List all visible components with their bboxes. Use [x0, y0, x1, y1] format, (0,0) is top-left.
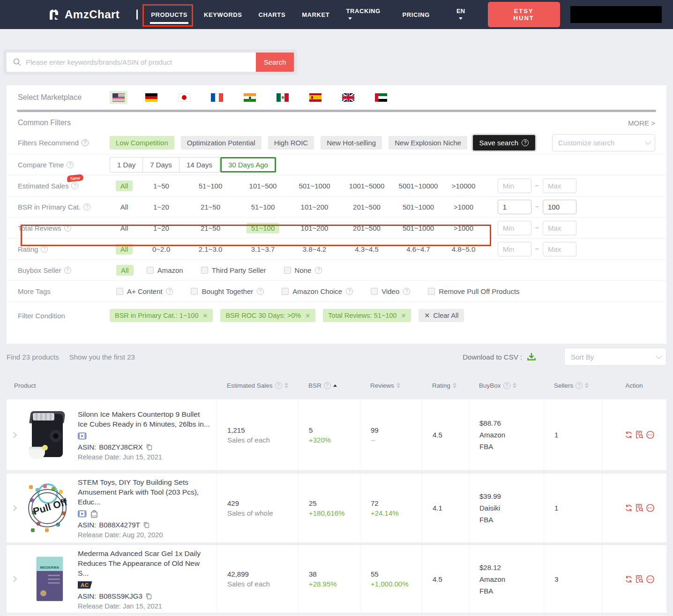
column-header-buybox[interactable]: BuyBox?	[469, 382, 544, 389]
flag-mexico[interactable]	[274, 91, 292, 104]
option-51-100[interactable]: 51~100	[194, 180, 227, 191]
tag-new-explosion-niche[interactable]: New Explosion Niche	[389, 136, 467, 150]
tag-optimization-potential[interactable]: Optimization Potential	[181, 136, 262, 150]
customize-search-select[interactable]: Customize search	[552, 134, 655, 151]
sort-icon-active-asc[interactable]	[333, 384, 337, 387]
refresh-icon[interactable]	[624, 575, 633, 584]
keyword-lookup-icon[interactable]	[635, 430, 644, 439]
checkbox-amazon-choice[interactable]: Amazon Choice?	[282, 287, 353, 295]
more-actions-icon[interactable]	[646, 430, 655, 439]
brand-logo[interactable]: AmzChart	[47, 8, 120, 22]
option-gt-10000[interactable]: >10000	[447, 180, 480, 191]
flag-india[interactable]	[241, 91, 259, 104]
option-all[interactable]: All	[116, 223, 133, 233]
option-1001-5000[interactable]: 1001~5000	[344, 180, 389, 191]
keyword-lookup-icon[interactable]	[635, 503, 644, 512]
help-icon[interactable]: ?	[67, 161, 74, 168]
total-reviews-max-input[interactable]	[543, 221, 576, 235]
tag-high-roic[interactable]: High ROIC	[268, 136, 314, 150]
flag-united-states[interactable]	[110, 91, 127, 104]
option-gt-1000[interactable]: >1000	[449, 223, 478, 233]
option-501-1000[interactable]: 501~1000	[398, 202, 439, 212]
total-reviews-min-input[interactable]	[498, 221, 531, 235]
flag-uae[interactable]	[372, 91, 390, 104]
help-icon[interactable]: ?	[82, 139, 89, 146]
more-actions-icon[interactable]	[646, 575, 655, 584]
option-51-100[interactable]: 51~100	[247, 202, 279, 212]
help-icon[interactable]: ?	[64, 225, 71, 232]
option-38-42[interactable]: 3.8~4.2	[298, 244, 331, 255]
refresh-icon[interactable]	[624, 430, 633, 439]
help-icon[interactable]: ?	[403, 288, 410, 295]
compare-time-1-day[interactable]: 1 Day	[110, 157, 143, 173]
checkbox-third-party-seller[interactable]: Third Party Seller	[201, 266, 266, 274]
keyword-lookup-icon[interactable]	[635, 575, 644, 584]
checkbox-remove-pull-off[interactable]: Remove Pull Off Products	[428, 287, 519, 295]
compare-time-14-days[interactable]: 14 Days	[179, 157, 220, 173]
option-gt-1000[interactable]: >1000	[449, 202, 478, 212]
option-101-200[interactable]: 101~200	[296, 223, 333, 233]
rating-max-input[interactable]	[543, 242, 576, 256]
product-image[interactable]: MEDERMA	[25, 551, 72, 607]
download-csv-button[interactable]: Download to CSV :	[463, 352, 536, 361]
sort-by-select[interactable]: Sort By	[564, 348, 666, 366]
option-1-20[interactable]: 1~20	[149, 223, 174, 233]
remove-filter-icon[interactable]: ✕	[401, 312, 406, 319]
checkbox-video[interactable]: Video?	[371, 287, 410, 295]
option-21-50[interactable]: 21~50	[196, 223, 225, 233]
nav-item-tracking[interactable]: TRACKING	[345, 4, 387, 25]
buybox-option-all[interactable]: All	[116, 265, 134, 276]
column-header-rating[interactable]: Rating	[422, 382, 469, 389]
product-title[interactable]: Mederma Advanced Scar Gel 1x Daily Reduc…	[78, 548, 210, 578]
help-icon[interactable]: ?	[275, 382, 282, 389]
search-button[interactable]: Search	[256, 53, 294, 72]
flag-germany[interactable]	[142, 91, 160, 104]
checkbox-bought-together[interactable]: Bought Together?	[191, 287, 264, 295]
copy-icon[interactable]	[145, 593, 152, 600]
more-link[interactable]: MORE >	[628, 119, 655, 127]
clear-all-button[interactable]: ✕Clear All	[419, 309, 464, 322]
remove-filter-icon[interactable]: ✕	[203, 312, 208, 319]
save-search-button[interactable]: Save search?	[473, 135, 535, 150]
option-1-20[interactable]: 1~20	[149, 202, 174, 212]
column-header-bsr[interactable]: BSR?	[298, 382, 360, 389]
help-icon[interactable]: ?	[71, 182, 78, 189]
checkbox-none[interactable]: None?	[284, 266, 322, 274]
option-5001-10000[interactable]: 5001~10000	[394, 180, 443, 191]
option-201-500[interactable]: 201~500	[348, 223, 385, 233]
nav-item-pricing[interactable]: PRICING	[402, 8, 431, 22]
search-input[interactable]	[26, 58, 256, 66]
help-icon[interactable]: ?	[64, 267, 71, 274]
option-3-37[interactable]: 3.1~3.7	[247, 244, 279, 255]
compare-time-7-days[interactable]: 7 Days	[142, 157, 179, 173]
help-icon[interactable]: ?	[576, 382, 583, 389]
option-all[interactable]: All	[116, 180, 133, 191]
bsr-min-input[interactable]	[498, 200, 531, 214]
help-icon[interactable]: ?	[166, 288, 173, 295]
refresh-icon[interactable]	[624, 503, 633, 512]
language-selector[interactable]: EN	[456, 8, 471, 22]
option-21-50[interactable]: 21~50	[196, 202, 225, 212]
estimated-sales-max-input[interactable]	[543, 179, 576, 193]
checkbox-amazon[interactable]: Amazon	[147, 266, 183, 274]
expand-row-button[interactable]	[7, 473, 23, 542]
option-all[interactable]: All	[116, 202, 133, 212]
flag-japan[interactable]	[175, 91, 193, 104]
expand-row-button[interactable]	[7, 399, 23, 470]
remove-filter-icon[interactable]: ✕	[305, 312, 310, 319]
option-48-50[interactable]: 4.8~5.0	[447, 244, 480, 255]
column-header-estimated-sales[interactable]: Estimated Sales?	[217, 382, 298, 389]
sort-icon[interactable]	[513, 383, 516, 388]
help-icon[interactable]: ?	[41, 246, 48, 253]
help-icon[interactable]: ?	[503, 382, 510, 389]
option-501-1000[interactable]: 501~1000	[294, 180, 335, 191]
option-46-47[interactable]: 4.6~4.7	[402, 244, 434, 255]
nav-item-market[interactable]: MARKET	[301, 8, 330, 22]
option-43-45[interactable]: 4.3~4.5	[350, 244, 383, 255]
tag-low-competition[interactable]: Low Competition	[110, 136, 174, 150]
flag-spain[interactable]	[307, 91, 324, 104]
nav-item-charts[interactable]: CHARTS	[257, 8, 286, 22]
rating-min-input[interactable]	[498, 242, 531, 256]
option-all[interactable]: All	[116, 244, 133, 255]
option-201-500[interactable]: 201~500	[348, 202, 385, 212]
